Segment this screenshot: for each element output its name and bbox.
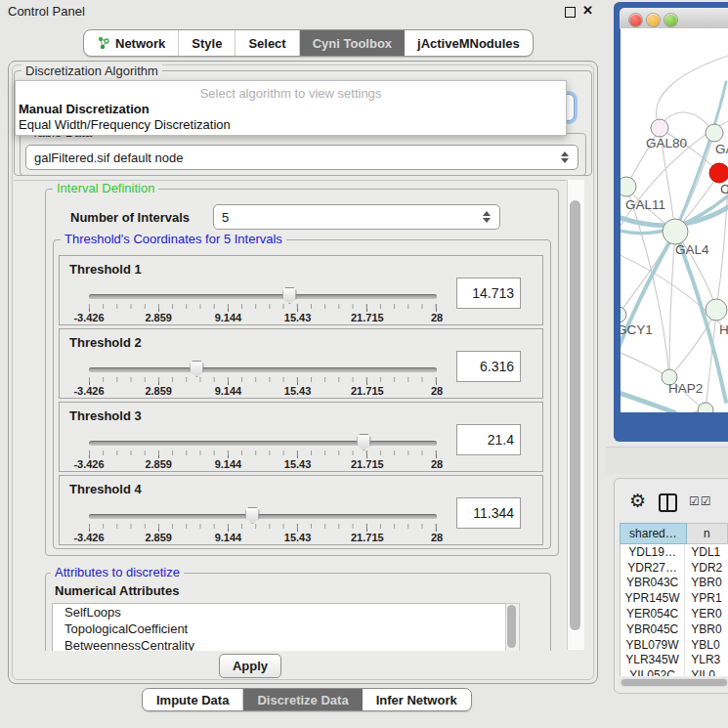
threshold-slider[interactable]: -3.426 2.859 9.144 15.43 21.715 28	[89, 511, 437, 542]
attributes-list-scrollbar-thumb[interactable]	[507, 605, 516, 648]
threshold-value-field[interactable]: 11.344	[456, 497, 521, 529]
node-h[interactable]	[706, 299, 727, 321]
tab-network[interactable]: Network	[84, 30, 179, 56]
table-row[interactable]: YPR145W YPR1	[621, 590, 728, 606]
numerical-attributes-list[interactable]: SelfLoopsTopologicalCoefficientBetweenne…	[52, 603, 506, 651]
cell-shared-name[interactable]: YBL079W	[621, 637, 685, 653]
cell-shared-name[interactable]: YER054C	[621, 606, 685, 621]
slider-track[interactable]	[89, 294, 437, 299]
cell-name[interactable]: YLR3	[685, 653, 728, 668]
node-bottom-partial[interactable]	[698, 403, 713, 412]
column-header-shared-name[interactable]: shared…	[620, 523, 687, 544]
tab-select[interactable]: Select	[236, 30, 299, 56]
cell-shared-name[interactable]: YIL052C	[621, 667, 685, 676]
tick-label: 2.859	[145, 458, 172, 470]
tab-jactivemnodules[interactable]: jActiveMNodules	[405, 30, 533, 56]
select-columns-icons[interactable]: ☑☑	[689, 494, 712, 508]
cell-shared-name[interactable]: YBR043C	[621, 576, 685, 591]
network-graph: GAL80 GA C GAL11 GAL4 GCY1 H HAP2	[621, 28, 728, 412]
node-red-selected[interactable]	[709, 163, 728, 183]
cell-name[interactable]: YDR2	[685, 560, 728, 576]
close-traffic-light[interactable]	[629, 14, 642, 26]
dropdown-option-equal-width-frequency[interactable]: Equal Width/Frequency Discretization	[19, 117, 231, 132]
tick-label: -3.426	[73, 385, 104, 397]
top-tab-bar: Network Style Select Cyni Toolbox jActiv…	[83, 29, 534, 57]
tab-discretize-data[interactable]: Discretize Data	[243, 689, 362, 710]
tick-label: 9.144	[215, 312, 242, 323]
cell-shared-name[interactable]: YPR145W	[621, 590, 685, 606]
node-label: GCY1	[621, 322, 653, 337]
apply-button[interactable]: Apply	[219, 654, 281, 678]
node-top-right[interactable]	[706, 124, 723, 142]
network-nodes[interactable]	[621, 119, 728, 412]
cell-name[interactable]: YIL0	[685, 667, 728, 676]
node-label: GAL80	[646, 136, 687, 150]
cell-shared-name[interactable]: YDL19…	[621, 544, 685, 560]
settings-vertical-scrollbar-thumb[interactable]	[570, 200, 580, 630]
node-gal4[interactable]	[663, 219, 688, 244]
slider-tick-marks	[89, 377, 437, 385]
table-row[interactable]: YER054C YER0	[621, 606, 728, 621]
table-row[interactable]: YDL19… YDL1	[621, 544, 728, 560]
interval-definition-title: Interval Definition	[53, 182, 158, 194]
tab-impute-data[interactable]: Impute Data	[143, 689, 243, 710]
tab-infer-network[interactable]: Infer Network	[363, 689, 471, 710]
table-row[interactable]: YBR043C YBR0	[621, 576, 728, 591]
threshold-slider[interactable]: -3.426 2.859 9.144 15.43 21.715 28	[89, 291, 437, 322]
slider-track[interactable]	[89, 367, 437, 372]
table-row[interactable]: YIL052C YIL0	[621, 667, 728, 676]
node-gcy1[interactable]	[621, 307, 626, 322]
column-header-name[interactable]: n	[687, 523, 728, 544]
table-body[interactable]: YDL19… YDL1 YDR27… YDR2 YBR043C YBR0 YPR…	[620, 544, 728, 676]
table-row[interactable]: YLR345W YLR3	[621, 653, 728, 668]
cell-name[interactable]: YDL1	[685, 544, 728, 560]
columns-icon[interactable]	[659, 493, 677, 512]
node-gal11[interactable]	[621, 177, 636, 196]
threshold-panel-stack: Threshold 1 -3.426 2.859 9.144 15.43 21.…	[59, 255, 543, 548]
slider-tick-marks	[89, 450, 437, 458]
slider-thumb[interactable]	[357, 434, 371, 450]
close-icon[interactable]: ✕	[582, 3, 593, 18]
cell-name[interactable]: YPR1	[685, 590, 728, 606]
cell-name[interactable]: YBR0	[685, 576, 728, 591]
tab-network-label: Network	[115, 36, 165, 51]
slider-thumb[interactable]	[282, 287, 297, 304]
threshold-value-field[interactable]: 6.316	[456, 351, 521, 382]
table-row[interactable]: YDR27… YDR2	[621, 560, 728, 576]
network-canvas[interactable]: GAL80 GA C GAL11 GAL4 GCY1 H HAP2	[621, 28, 728, 412]
threshold-slider[interactable]: -3.426 2.859 9.144 15.43 21.715 28	[89, 438, 437, 469]
table-data-combobox[interactable]: galFiltered.sif default node	[25, 145, 578, 170]
cell-name[interactable]: YBL0	[685, 637, 728, 653]
list-item[interactable]: SelfLoops	[53, 604, 505, 621]
tick-label: 9.144	[215, 532, 242, 543]
threshold-slider[interactable]: -3.426 2.859 9.144 15.43 21.715 28	[89, 364, 437, 396]
tick-label: 9.144	[215, 458, 242, 470]
cell-shared-name[interactable]: YLR345W	[621, 653, 685, 668]
cell-shared-name[interactable]: YBR045C	[621, 621, 685, 637]
minimize-traffic-light[interactable]	[647, 14, 660, 26]
list-item[interactable]: BetweennessCentrality	[53, 637, 505, 651]
table-row[interactable]: YBR045C YBR0	[621, 621, 728, 637]
tick-label: -3.426	[73, 532, 104, 543]
tab-cyni-toolbox[interactable]: Cyni Toolbox	[300, 30, 405, 56]
slider-thumb[interactable]	[245, 507, 260, 524]
slider-track[interactable]	[89, 441, 437, 446]
number-of-intervals-spinner[interactable]: 5	[213, 204, 500, 230]
threshold-value-field[interactable]: 21.4	[456, 424, 521, 455]
table-horizontal-scrollbar-thumb[interactable]	[621, 679, 727, 686]
tab-style[interactable]: Style	[179, 30, 236, 56]
float-window-icon[interactable]	[565, 7, 576, 18]
zoom-traffic-light[interactable]	[664, 14, 677, 26]
cell-name[interactable]: YBR0	[685, 621, 728, 637]
slider-tick-marks	[89, 524, 437, 532]
threshold-value-field[interactable]: 14.713	[456, 278, 521, 309]
gear-icon[interactable]: ⚙	[629, 492, 646, 510]
dropdown-option-manual-discretization[interactable]: Manual Discretization	[19, 102, 150, 116]
node-gal80[interactable]	[651, 119, 668, 137]
list-item[interactable]: TopologicalCoefficient	[53, 621, 505, 637]
table-row[interactable]: YBL079W YBL0	[621, 637, 728, 653]
cell-shared-name[interactable]: YDR27…	[621, 560, 685, 576]
slider-track[interactable]	[89, 514, 437, 519]
cell-name[interactable]: YER0	[685, 606, 728, 621]
slider-thumb[interactable]	[190, 361, 204, 377]
